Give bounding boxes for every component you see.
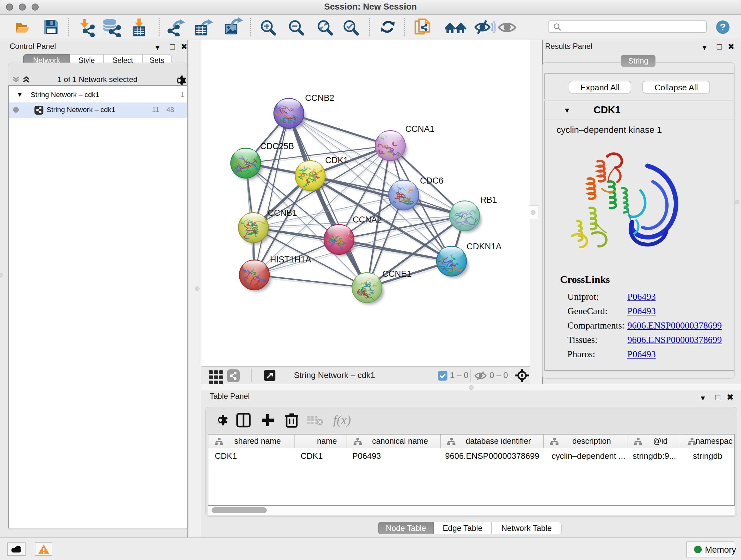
svg-text:CDK1: CDK1 <box>325 155 348 165</box>
svg-text:CCNA1: CCNA1 <box>405 124 434 134</box>
svg-text:CCNA2: CCNA2 <box>353 215 382 225</box>
svg-text:CCNB1: CCNB1 <box>268 208 297 218</box>
svg-text:?: ? <box>720 21 726 32</box>
svg-text:HIST1H1A: HIST1H1A <box>270 255 311 264</box>
svg-text:CCNE1: CCNE1 <box>382 269 412 279</box>
svg-text:CDKN1A: CDKN1A <box>467 242 502 251</box>
svg-text:CDC25B: CDC25B <box>260 141 294 151</box>
svg-text:CCNB2: CCNB2 <box>305 93 334 103</box>
svg-text:CDC6: CDC6 <box>420 176 444 186</box>
svg-text:RB1: RB1 <box>480 195 497 205</box>
